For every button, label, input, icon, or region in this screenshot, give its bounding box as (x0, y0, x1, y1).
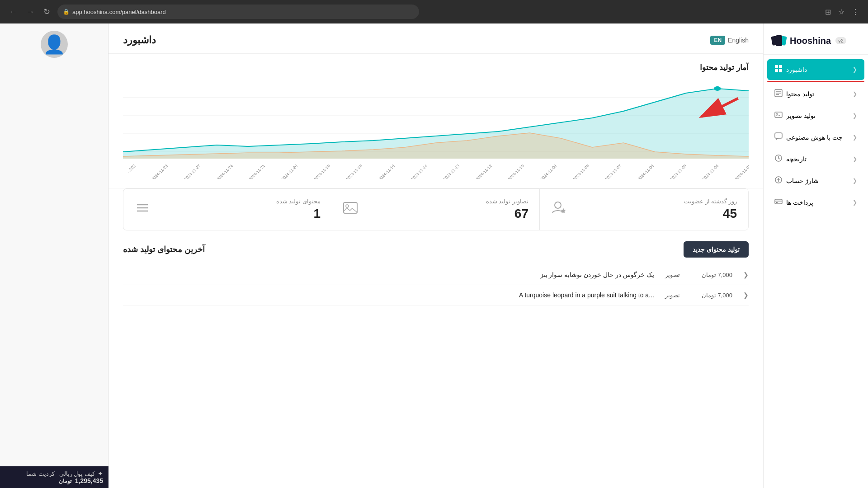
nav-label-ai-chat: چت با هوش مصنوعی (786, 134, 843, 141)
nav-chevron-icon: ❮ (853, 113, 857, 119)
svg-rect-24 (775, 112, 782, 117)
credit-section: ✦ کیف پول ریالی کردیت شما 1,295,435 توما… (0, 466, 108, 488)
content-row-price: 7,000 تومان (702, 272, 732, 278)
lock-icon: 🔒 (63, 9, 70, 15)
sidebar-item-history[interactable]: ❮ تاریخچه (767, 149, 864, 169)
charge-icon (774, 176, 783, 186)
svg-rect-19 (779, 69, 782, 72)
chart-title: آمار تولید محتوا (123, 63, 749, 72)
stat-label-content: محتوای تولید شده (276, 198, 321, 205)
lang-badge: EN (710, 36, 725, 45)
main-header: English EN داشبورد (108, 23, 763, 54)
stat-label-days: روز گذشته از عضویت (684, 198, 737, 205)
content-section: تولید محتوای جدید آخرین محتوای تولید شده… (108, 241, 763, 305)
new-content-button[interactable]: تولید محتوای جدید (684, 241, 749, 258)
svg-point-9 (346, 205, 349, 207)
svg-rect-18 (775, 69, 778, 72)
content-row-title: یک خرگوس در حال خوردن نوشابه سوار بنز (123, 271, 654, 278)
nav-items: ❮ داشبورد ❮ (764, 55, 868, 488)
user-icon: 👤 (43, 35, 66, 53)
nav-chevron-icon: ❮ (853, 91, 857, 97)
svg-rect-15 (776, 35, 782, 46)
content-row-type: تصویر (665, 272, 680, 278)
svg-rect-8 (344, 202, 357, 213)
svg-point-25 (777, 113, 778, 115)
svg-rect-31 (775, 199, 782, 204)
chart-wrapper: 2024-11-03 2024-11-04 2024-11-05 2024-11… (123, 80, 749, 179)
history-icon (774, 154, 783, 164)
lang-text: English (728, 37, 749, 44)
row-chevron-icon: ❮ (743, 291, 749, 299)
lang-switcher[interactable]: English EN (710, 36, 749, 45)
payments-icon (774, 197, 783, 207)
svg-rect-16 (775, 65, 778, 68)
image-icon (342, 200, 359, 219)
chart-section: آمار تولید محتوا (108, 54, 763, 188)
url-text: app.hooshina.com/panel/dashboard (72, 9, 166, 15)
browser-actions: ⊞ ☆ ⋮ (823, 6, 861, 18)
brand-logo-icon (771, 33, 787, 49)
row-chevron-icon: ❮ (743, 271, 749, 278)
svg-rect-26 (775, 133, 782, 138)
left-sidebar: 👤 ✦ کیف پول ریالی کردیت شما 1,295,435 تو… (0, 23, 108, 488)
content-row[interactable]: ❮ 7,000 تومان تصویر ...A turquoise leopa… (123, 285, 749, 305)
arrow-annotation (699, 89, 744, 116)
nav-label-content: تولید محتوا (786, 90, 814, 98)
sidebar-item-charge[interactable]: ❮ شارژ حساب (767, 170, 864, 191)
brand-name: Hooshina (790, 36, 831, 46)
app-container: 👤 ✦ کیف پول ریالی کردیت شما 1,295,435 تو… (0, 23, 868, 488)
stat-value-content: 1 (276, 206, 321, 221)
sidebar-item-content[interactable]: ❮ تولید محتوا (767, 84, 864, 104)
stat-card-images: تصاویر تولید شده 67 (331, 189, 540, 230)
stat-card-days: روز گذشته از عضویت 45 (540, 189, 748, 230)
svg-rect-17 (779, 65, 782, 68)
content-row[interactable]: ❮ 7,000 تومان تصویر یک خرگوس در حال خورد… (123, 265, 749, 285)
stat-value-days: 45 (684, 206, 737, 221)
sidebar-item-image[interactable]: ❮ تولید تصویر (767, 105, 864, 126)
translate-button[interactable]: ⊞ (823, 6, 833, 18)
back-button[interactable]: ← (7, 5, 19, 19)
chart-labels: 2024-11-03 2024-11-04 2024-11-05 2024-11… (123, 163, 749, 179)
forward-button[interactable]: → (24, 5, 36, 19)
sidebar-item-payments[interactable]: ❮ پرداخت ها (767, 192, 864, 213)
content-row-price: 7,000 تومان (702, 292, 732, 299)
bookmark-button[interactable]: ☆ (836, 6, 846, 18)
brand-info: Hooshina v2 (771, 33, 846, 49)
nav-label-payments: پرداخت ها (786, 199, 813, 206)
nav-chevron-icon: ❮ (853, 178, 857, 184)
nav-label-image: تولید تصویر (786, 112, 816, 119)
stat-info-content: محتوای تولید شده 1 (276, 198, 321, 221)
content-header: تولید محتوای جدید آخرین محتوای تولید شده (123, 241, 749, 258)
stat-value-images: 67 (486, 206, 528, 221)
nav-chevron-icon: ❮ (853, 66, 857, 73)
list-icon (134, 200, 151, 219)
brand-version: v2 (835, 37, 846, 44)
sidebar-item-dashboard[interactable]: ❮ داشبورد (767, 59, 864, 80)
content-icon (774, 89, 783, 99)
credit-amount: 1,295,435 تومان (5, 477, 103, 484)
nav-chevron-icon: ❮ (853, 134, 857, 141)
nav-label-history: تاریخچه (786, 155, 807, 163)
stat-info-images: تصاویر تولید شده 67 (486, 198, 528, 221)
active-underline (767, 81, 864, 82)
nav-label-charge: شارژ حساب (786, 177, 819, 184)
ai-chat-icon (774, 132, 783, 142)
sidebar-item-ai-chat[interactable]: ❮ چت با هوش مصنوعی (767, 127, 864, 148)
user-star-icon (551, 200, 567, 219)
dashboard-icon (774, 65, 783, 75)
reload-button[interactable]: ↻ (42, 5, 52, 19)
content-section-title: آخرین محتوای تولید شده (123, 244, 205, 254)
avatar[interactable]: 👤 (41, 31, 68, 58)
svg-point-6 (555, 202, 561, 208)
menu-button[interactable]: ⋮ (850, 6, 861, 18)
stat-info-days: روز گذشته از عضویت 45 (684, 198, 737, 221)
address-bar[interactable]: 🔒 app.hooshina.com/panel/dashboard (57, 5, 419, 19)
stats-row: روز گذشته از عضویت 45 تصاویر تولید شده 6… (123, 188, 749, 230)
wallet-icon: ✦ (98, 470, 103, 477)
svg-rect-33 (776, 202, 778, 203)
content-row-title: ...A turquoise leopard in a purple suit … (123, 291, 654, 299)
brand-header: Hooshina v2 (764, 23, 868, 55)
nav-chevron-icon: ❮ (853, 156, 857, 162)
stat-card-content: محتوای تولید شده 1 (123, 189, 331, 230)
nav-label-dashboard: داشبورد (786, 66, 807, 73)
